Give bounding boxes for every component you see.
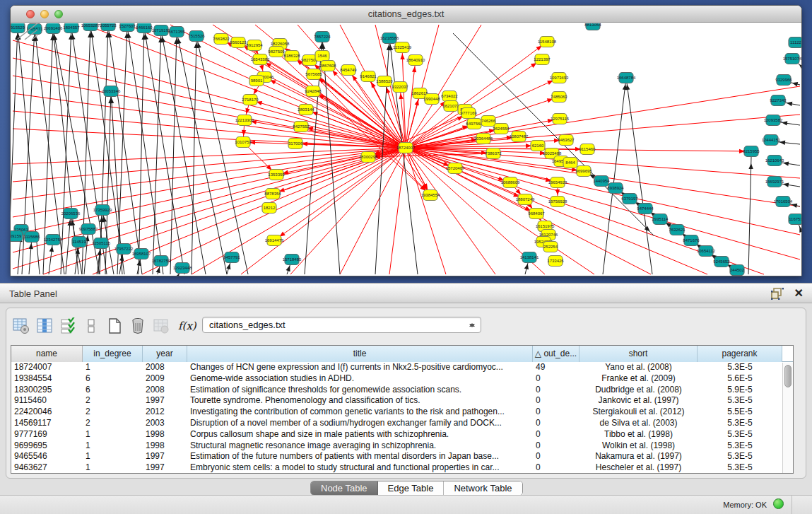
citation-network-graph[interactable]: 9155291405571206914061804557106532872055… <box>11 23 801 276</box>
network-view-window[interactable]: citations_edges.txt 91552914055712069140… <box>10 5 802 276</box>
close-panel-icon[interactable]: ✕ <box>794 286 804 300</box>
window-titlebar[interactable]: citations_edges.txt <box>11 6 801 23</box>
table-row[interactable]: 946554611997Estimation of the future num… <box>11 451 793 462</box>
table-cell[interactable]: 5.3E-5 <box>698 462 782 474</box>
table-cell[interactable]: 14569117 <box>11 418 83 429</box>
tab-network-table[interactable]: Network Table <box>444 481 522 495</box>
table-cell[interactable]: 5.3E-5 <box>698 429 782 440</box>
table-cell[interactable]: Genome-wide association studies in ADHD. <box>187 373 533 385</box>
table-cell[interactable]: Corpus callosum shape and size in male p… <box>187 429 533 440</box>
column-header-pagerank[interactable]: pagerank <box>698 346 782 362</box>
table-cell[interactable]: 2008 <box>143 385 187 396</box>
table-cell[interactable]: Embryonic stem cells: a model to study s… <box>187 462 533 474</box>
table-cell[interactable]: 6 <box>83 385 143 396</box>
table-cell[interactable]: 2012 <box>143 407 187 418</box>
table-cell[interactable]: Estimation of significance thresholds fo… <box>187 385 533 396</box>
table-cell[interactable]: Hescheler et al. (1997) <box>579 462 698 474</box>
table-cell[interactable]: Changes of HCN gene expression and I(f) … <box>187 362 533 373</box>
table-row[interactable]: 1456911722003Disruption of a novel membe… <box>11 418 793 429</box>
table-cell[interactable]: 5.3E-5 <box>698 440 782 452</box>
float-window-icon[interactable] <box>771 287 784 300</box>
table-cell[interactable]: 5.6E-5 <box>698 373 782 385</box>
table-cell[interactable]: 9115460 <box>11 395 83 407</box>
table-cell[interactable]: 0 <box>533 385 579 396</box>
column-header-out_de[interactable]: △ out_de... <box>533 346 579 362</box>
column-header-in_degree[interactable]: in_degree <box>83 346 143 362</box>
table-cell[interactable]: 2 <box>83 395 143 407</box>
table-cell[interactable]: 1 <box>83 451 143 462</box>
table-cell[interactable]: 1997 <box>143 451 187 462</box>
node-table[interactable]: namein_degreeyeartitle△ out_de...shortpa… <box>11 345 794 474</box>
table-cell[interactable]: 18300295 <box>11 385 83 396</box>
table-cell[interactable]: 2 <box>83 418 143 429</box>
column-header-title[interactable]: title <box>187 346 533 362</box>
table-cell[interactable]: 1 <box>83 440 143 452</box>
table-cell[interactable]: 9777169 <box>11 429 83 440</box>
table-cell[interactable]: 5.3E-5 <box>698 418 782 429</box>
table-cell[interactable]: 5.3E-5 <box>698 362 782 373</box>
table-cell[interactable]: 1997 <box>143 462 187 474</box>
table-cell[interactable]: 19384554 <box>11 373 83 385</box>
table-cell[interactable]: 9699695 <box>11 440 83 452</box>
table-cell[interactable]: Wolkin et al. (1998) <box>579 440 698 452</box>
table-cell[interactable]: Tourette syndrome. Phenomenology and cla… <box>187 395 533 407</box>
tab-node-table[interactable]: Node Table <box>311 481 378 495</box>
table-cell[interactable]: 9465546 <box>11 451 83 462</box>
scrollbar-thumb[interactable] <box>784 365 792 387</box>
table-cell[interactable]: Investigating the contribution of common… <box>187 407 533 418</box>
network-canvas[interactable]: 9155291405571206914061804557106532872055… <box>11 23 801 276</box>
select-mode-icon[interactable] <box>59 317 77 335</box>
row-height-icon[interactable] <box>82 317 100 335</box>
table-cell[interactable]: 1998 <box>143 429 187 440</box>
table-cell[interactable]: 0 <box>533 395 579 407</box>
table-selector-dropdown[interactable]: citations_edges.txt <box>202 317 481 333</box>
table-cell[interactable]: 2003 <box>143 418 187 429</box>
table-body[interactable]: 1872400712008Changes of HCN gene express… <box>11 362 793 474</box>
table-cell[interactable]: 5.9E-5 <box>698 385 782 396</box>
table-cell[interactable]: de Silva et al. (2003) <box>579 418 698 429</box>
tab-edge-table[interactable]: Edge Table <box>378 481 445 495</box>
table-cell[interactable]: 0 <box>533 462 579 474</box>
table-row[interactable]: 977716911998Corpus callosum shape and si… <box>11 429 793 440</box>
table-options-icon[interactable] <box>12 317 30 335</box>
table-cell[interactable]: 2 <box>83 407 143 418</box>
table-cell[interactable]: 1 <box>83 429 143 440</box>
column-header-short[interactable]: short <box>579 346 698 362</box>
table-cell[interactable]: Estimation of the future numbers of pati… <box>187 451 533 462</box>
resize-grip-icon[interactable] <box>11 23 39 40</box>
table-cell[interactable]: 0 <box>533 440 579 452</box>
column-header-name[interactable]: name <box>11 346 83 362</box>
new-table-icon[interactable] <box>105 317 124 335</box>
table-cell[interactable]: 1 <box>83 462 143 474</box>
table-row[interactable]: 1938455462009Genome-wide association stu… <box>11 373 793 385</box>
table-cell[interactable]: Tibbo et al. (1998) <box>579 429 698 440</box>
table-cell[interactable]: 0 <box>533 418 579 429</box>
show-columns-icon[interactable] <box>35 317 54 335</box>
table-cell[interactable]: 1 <box>83 362 143 373</box>
table-cell[interactable]: 2009 <box>143 373 187 385</box>
memory-ok-icon[interactable] <box>773 498 784 509</box>
table-cell[interactable]: 5.3E-5 <box>698 395 782 407</box>
table-cell[interactable]: 1997 <box>143 395 187 407</box>
table-row[interactable]: 2242004622012Investigating the contribut… <box>11 407 793 418</box>
table-cell[interactable]: Disruption of a novel member of a sodium… <box>187 418 533 429</box>
table-cell[interactable]: Yano et al. (2008) <box>579 362 698 373</box>
table-row[interactable]: 1872400712008Changes of HCN gene express… <box>11 362 793 373</box>
function-builder-icon[interactable]: f(x) <box>178 320 196 332</box>
table-cell[interactable]: 0 <box>533 407 579 418</box>
table-row[interactable]: 1830029562008Estimation of significance … <box>11 385 793 396</box>
table-cell[interactable]: Dudbridge et al. (2008) <box>579 385 698 396</box>
table-cell[interactable]: Structural magnetic resonance image aver… <box>187 440 533 452</box>
table-row[interactable]: 969969511998Structural magnetic resonanc… <box>11 440 793 452</box>
table-row[interactable]: 911546021997Tourette syndrome. Phenomeno… <box>11 395 793 407</box>
table-cell[interactable]: 2008 <box>143 362 187 373</box>
table-cell[interactable]: Nakamura et al. (1997) <box>579 451 698 462</box>
table-cell[interactable]: Jankovic et al. (1997) <box>579 395 698 407</box>
table-cell[interactable]: 0 <box>533 451 579 462</box>
table-cell[interactable]: Franke et al. (2009) <box>579 373 698 385</box>
table-cell[interactable]: 49 <box>533 362 579 373</box>
table-cell[interactable]: 0 <box>533 429 579 440</box>
table-cell[interactable]: 0 <box>533 373 579 385</box>
table-cell[interactable]: 1998 <box>143 440 187 452</box>
delete-attribute-icon[interactable] <box>129 317 147 335</box>
